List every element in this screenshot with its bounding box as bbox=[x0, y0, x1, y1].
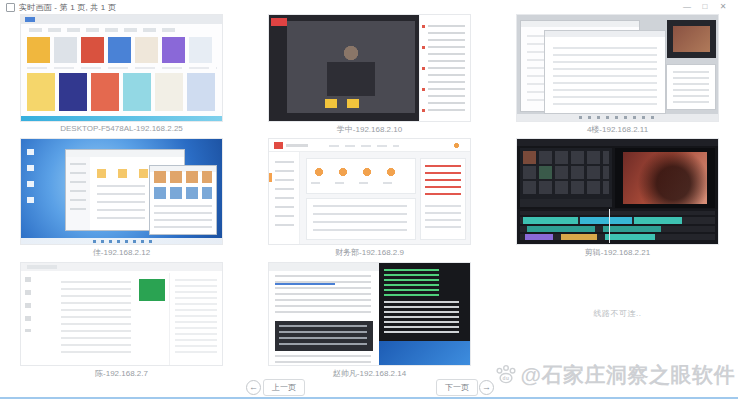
tile-label-8: 赵帅凡-192.168.2.14 bbox=[268, 368, 471, 379]
offline-message: 线路不可连.. bbox=[516, 308, 719, 319]
screen-preview-art-windows11 bbox=[21, 139, 222, 244]
screen-preview-art-admin-console bbox=[269, 139, 470, 244]
tile-label-1: DESKTOP-F5478AL-192.168.2.25 bbox=[20, 124, 223, 133]
tile-label-7: 陈-192.168.2.7 bbox=[20, 368, 223, 379]
screen-tile-5[interactable]: 财务部-192.168.2.9 bbox=[268, 138, 471, 245]
tile-label-2: 学中-192.168.2.10 bbox=[268, 124, 471, 135]
close-button[interactable]: ✕ bbox=[714, 0, 732, 14]
screen-preview-7[interactable] bbox=[20, 262, 223, 366]
screen-preview-art-template-site bbox=[21, 15, 222, 121]
screen-preview-art-code-terminal bbox=[269, 263, 470, 365]
screen-preview-1[interactable] bbox=[20, 14, 223, 122]
prev-page-arrow-button[interactable]: ← bbox=[246, 380, 261, 395]
left-arrow-icon: ← bbox=[249, 382, 258, 392]
next-page-arrow-button[interactable]: → bbox=[479, 380, 494, 395]
screen-tile-2[interactable]: 学中-192.168.2.10 bbox=[268, 14, 471, 122]
next-page-button[interactable]: 下一页 bbox=[436, 379, 478, 396]
prev-page-button[interactable]: 上一页 bbox=[263, 379, 305, 396]
screen-tile-4[interactable]: 佳-192.168.2.12 bbox=[20, 138, 223, 245]
screen-grid: DESKTOP-F5478AL-192.168.2.25 学中-192.168.… bbox=[0, 14, 738, 400]
screen-preview-art-video-editor bbox=[517, 139, 718, 244]
tile-label-4: 佳-192.168.2.12 bbox=[20, 247, 223, 258]
tile-label-3: 4楼-192.168.2.11 bbox=[516, 124, 719, 135]
screen-preview-9-offline: 线路不可连.. bbox=[516, 262, 719, 366]
screen-preview-2[interactable] bbox=[268, 14, 471, 122]
paw-icon: du bbox=[494, 363, 518, 387]
screen-preview-6[interactable] bbox=[516, 138, 719, 245]
window-controls: — □ ✕ bbox=[678, 0, 732, 14]
right-arrow-icon: → bbox=[482, 382, 491, 392]
screen-preview-4[interactable] bbox=[20, 138, 223, 245]
titlebar: 实时画面 - 第 1 页, 共 1 页 — □ ✕ bbox=[0, 0, 738, 14]
screen-preview-3[interactable] bbox=[516, 14, 719, 122]
window-icon bbox=[6, 3, 15, 12]
screen-preview-art-document bbox=[21, 263, 222, 365]
bottom-accent-line bbox=[0, 397, 738, 399]
watermark-text: @石家庄洞察之眼软件 bbox=[521, 361, 735, 389]
maximize-button[interactable]: □ bbox=[696, 0, 714, 14]
screen-tile-6[interactable]: 剪辑-192.168.2.21 bbox=[516, 138, 719, 245]
screen-tile-7[interactable]: 陈-192.168.2.7 bbox=[20, 262, 223, 366]
screen-preview-8[interactable] bbox=[268, 262, 471, 366]
svg-text:du: du bbox=[502, 376, 509, 381]
screen-preview-art-desktop-windows bbox=[517, 15, 718, 121]
screen-tile-9-offline: 线路不可连.. bbox=[516, 262, 719, 366]
screen-tile-3[interactable]: 4楼-192.168.2.11 bbox=[516, 14, 719, 122]
window-title: 实时画面 - 第 1 页, 共 1 页 bbox=[19, 2, 116, 13]
tile-label-5: 财务部-192.168.2.9 bbox=[268, 247, 471, 258]
screen-tile-8[interactable]: 赵帅凡-192.168.2.14 bbox=[268, 262, 471, 366]
screen-preview-5[interactable] bbox=[268, 138, 471, 245]
screen-preview-art-live-video bbox=[269, 15, 470, 121]
screen-tile-1[interactable]: DESKTOP-F5478AL-192.168.2.25 bbox=[20, 14, 223, 122]
minimize-button[interactable]: — bbox=[678, 0, 696, 14]
tile-label-6: 剪辑-192.168.2.21 bbox=[516, 247, 719, 258]
watermark: du @石家庄洞察之眼软件 bbox=[494, 361, 735, 389]
